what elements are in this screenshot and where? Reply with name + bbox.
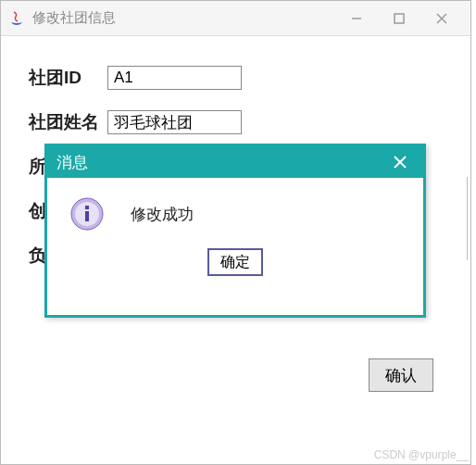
watermark: CSDN @vpurple__ <box>374 448 469 461</box>
input-club-name[interactable] <box>107 110 242 134</box>
svg-rect-1 <box>395 14 404 23</box>
java-icon <box>8 10 25 27</box>
window-title: 修改社团信息 <box>32 9 335 27</box>
message-dialog: 消息 修改成功 确定 <box>44 144 426 318</box>
form-row-id: 社团ID <box>29 64 452 92</box>
dialog-close-icon[interactable] <box>386 148 414 176</box>
minimize-button[interactable] <box>335 4 378 33</box>
label-club-name: 社团姓名 <box>29 110 107 134</box>
maximize-button[interactable] <box>378 4 420 33</box>
dialog-message: 修改成功 <box>131 204 194 225</box>
dialog-titlebar: 消息 <box>47 146 423 178</box>
main-window: 修改社团信息 社团ID 社团姓名 所 创 负 <box>0 0 471 465</box>
label-club-id: 社团ID <box>29 66 107 90</box>
input-club-id[interactable] <box>107 66 242 90</box>
close-button[interactable] <box>420 4 463 33</box>
window-controls <box>335 4 463 33</box>
info-icon <box>69 196 105 232</box>
svg-rect-9 <box>85 211 89 221</box>
ok-button[interactable]: 确定 <box>207 248 263 276</box>
dialog-footer: 确定 <box>47 241 423 289</box>
dialog-title: 消息 <box>56 152 386 173</box>
svg-rect-8 <box>85 206 89 209</box>
confirm-button[interactable]: 确认 <box>369 358 433 392</box>
titlebar: 修改社团信息 <box>1 1 470 36</box>
edge-decoration <box>467 177 470 260</box>
dialog-body: 修改成功 <box>47 178 423 241</box>
form-row-name: 社团姓名 <box>29 108 452 136</box>
